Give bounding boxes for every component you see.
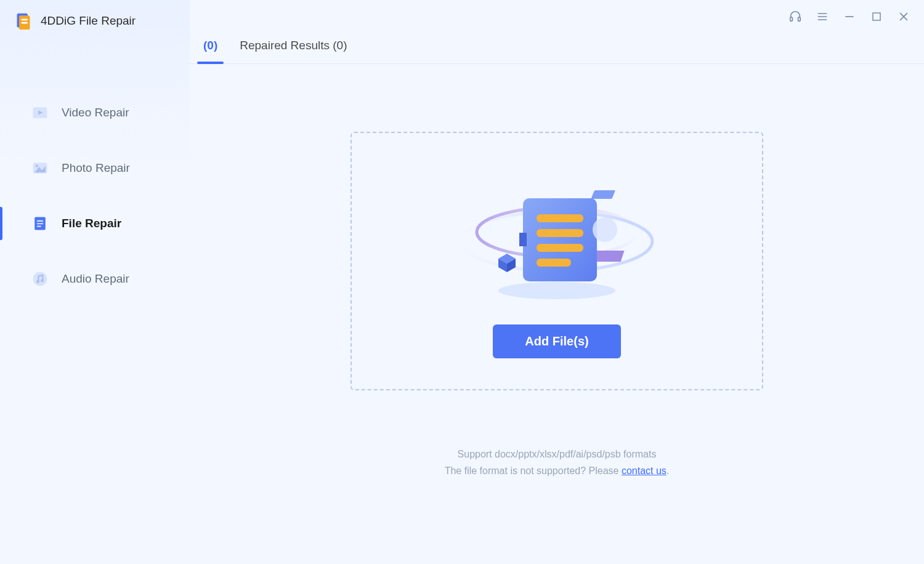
svg-point-13 (33, 272, 47, 286)
sidebar-item-video[interactable]: Video Repair (0, 85, 190, 140)
svg-rect-2 (22, 19, 28, 21)
svg-point-30 (593, 217, 617, 242)
file-dropzone[interactable]: Add File(s) (351, 132, 763, 390)
minimize-icon[interactable] (843, 10, 856, 23)
svg-rect-11 (37, 223, 44, 224)
svg-rect-37 (873, 13, 880, 20)
svg-point-14 (36, 280, 39, 283)
sidebar-item-label: Video Repair (62, 106, 129, 119)
dropzone-illustration (446, 164, 668, 312)
svg-rect-32 (798, 17, 801, 21)
sidebar-item-label: File Repair (62, 217, 121, 230)
svg-rect-26 (537, 214, 583, 222)
close-icon[interactable] (897, 10, 910, 23)
menu-icon[interactable] (816, 10, 829, 23)
support-icon[interactable] (788, 10, 802, 23)
sidebar-item-label: Photo Repair (62, 161, 130, 175)
sidebar-item-audio[interactable]: Audio Repair (0, 251, 190, 307)
app-logo-icon (15, 12, 32, 30)
photo-icon (31, 159, 49, 177)
file-icon (31, 214, 49, 233)
sidebar-item-label: Audio Repair (62, 272, 129, 286)
main-panel: (0) Repaired Results (0) (190, 0, 924, 564)
svg-point-15 (41, 279, 44, 282)
sidebar-item-photo[interactable]: Photo Repair (0, 140, 190, 196)
support-formats-line: Support docx/pptx/xlsx/pdf/ai/psd/psb fo… (445, 446, 670, 462)
svg-rect-29 (537, 259, 571, 267)
app-logo-row: 4DDiG File Repair (0, 12, 190, 30)
maximize-icon[interactable] (870, 10, 883, 23)
contact-us-link[interactable]: contact us (622, 465, 667, 476)
audio-icon (31, 270, 49, 288)
svg-rect-3 (22, 22, 28, 24)
content-area: Add File(s) Support docx/pptx/xlsx/pdf/a… (190, 64, 924, 564)
svg-rect-28 (537, 244, 583, 252)
tab-pending[interactable]: (0) (192, 27, 229, 63)
support-text: Support docx/pptx/xlsx/pdf/ai/psd/psb fo… (445, 446, 670, 479)
svg-rect-25 (519, 233, 527, 246)
tab-repaired[interactable]: Repaired Results (0) (229, 27, 358, 63)
window-controls (788, 10, 910, 23)
app-title: 4DDiG File Repair (41, 14, 136, 28)
add-files-button[interactable]: Add File(s) (493, 324, 620, 358)
svg-rect-24 (523, 198, 597, 281)
svg-rect-10 (37, 220, 44, 222)
support-contact-line: The file format is not supported? Please… (445, 462, 670, 479)
sidebar-item-file[interactable]: File Repair (0, 196, 190, 251)
sidebar: 4DDiG File Repair Video Repair Photo Rep… (0, 0, 190, 564)
tabs-bar: (0) Repaired Results (0) (190, 27, 924, 64)
svg-rect-12 (37, 226, 41, 227)
svg-rect-31 (790, 17, 793, 21)
tab-label: (0) (203, 39, 217, 52)
tab-label: Repaired Results (0) (240, 39, 347, 52)
svg-point-8 (36, 164, 38, 167)
video-icon (31, 103, 49, 122)
svg-rect-23 (591, 190, 615, 199)
svg-point-19 (498, 282, 615, 299)
svg-rect-27 (537, 229, 583, 237)
